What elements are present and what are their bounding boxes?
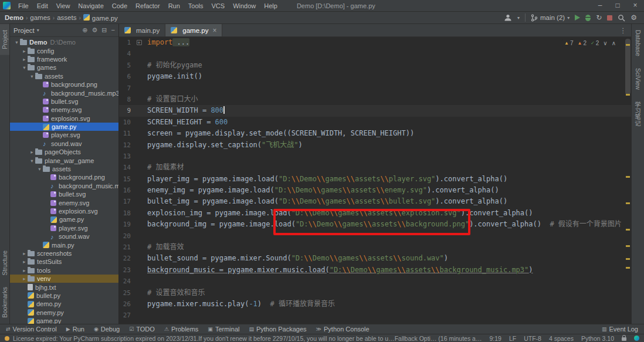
code-line[interactable]: 10SCREEN_HEIGHT = 600 bbox=[119, 117, 631, 128]
passed-indicator[interactable]: ✓2 bbox=[591, 40, 599, 46]
tool-strip-tab-sciview[interactable]: SciView bbox=[633, 62, 643, 96]
line-number[interactable]: 6 bbox=[119, 71, 131, 82]
line-number[interactable]: 11 bbox=[119, 128, 131, 139]
breadcrumb-item-assets[interactable]: assets bbox=[57, 14, 76, 21]
tool-strip-tab-bookmarks[interactable]: Bookmarks bbox=[0, 281, 9, 324]
chevron-down-icon[interactable]: ▾ bbox=[37, 28, 39, 33]
stop-button[interactable] bbox=[607, 15, 612, 21]
tree-item-game.py[interactable]: game.py bbox=[10, 317, 118, 324]
tree-item-explosion.svg[interactable]: explosion.svg bbox=[10, 114, 118, 123]
tree-item-game.py[interactable]: game.py bbox=[10, 215, 118, 224]
tree-item-sound.wav[interactable]: sound.wav bbox=[10, 232, 118, 241]
inspections-widget[interactable]: ▲7▲2✓2∨∧ bbox=[561, 39, 619, 48]
code-line[interactable]: 22bullet_sound = pygame.mixer.Sound("D:\… bbox=[119, 253, 631, 264]
line-number[interactable]: 17 bbox=[119, 196, 131, 207]
tree-item-background_music.mp3[interactable]: background_music.mp3 bbox=[10, 89, 118, 97]
toolwindow-button-python-packages[interactable]: ▤Python Packages bbox=[249, 326, 306, 333]
tool-strip-tab-database[interactable]: Database bbox=[633, 24, 643, 62]
line-number[interactable]: 24 bbox=[119, 276, 131, 287]
git-branch-widget[interactable]: main (2) ▾ bbox=[531, 14, 570, 22]
status-item[interactable]: 9:19 bbox=[489, 335, 501, 342]
code-line[interactable]: 9SCREEN_WIDTH = 800 bbox=[119, 105, 631, 116]
tab-main.py[interactable]: main.py bbox=[119, 24, 165, 36]
tree-item-bullet.svg[interactable]: bullet.svg bbox=[10, 97, 118, 106]
code-line[interactable]: 27 bbox=[119, 310, 631, 321]
line-number[interactable]: 23 bbox=[119, 265, 131, 276]
tree-item-venv[interactable]: ▸venv bbox=[10, 275, 118, 283]
code-line[interactable]: 13 bbox=[119, 151, 631, 162]
line-number[interactable]: 19 bbox=[119, 219, 131, 230]
tree-item-assets[interactable]: ▾assets bbox=[10, 72, 118, 80]
menu-window[interactable]: Window bbox=[229, 1, 260, 11]
menu-run[interactable]: Run bbox=[164, 1, 184, 11]
menu-view[interactable]: View bbox=[52, 1, 74, 11]
user-icon[interactable] bbox=[504, 13, 512, 22]
toolwindow-button-python-console[interactable]: ≫Python Console bbox=[316, 326, 370, 333]
tree-item-config[interactable]: ▸config bbox=[10, 46, 118, 55]
status-item[interactable]: LF bbox=[509, 335, 516, 342]
toolwindow-button-problems[interactable]: ⚠Problems bbox=[164, 326, 199, 333]
line-number[interactable]: 27 bbox=[119, 310, 131, 321]
status-item[interactable]: Python 3.10 bbox=[581, 335, 614, 342]
menu-tools[interactable]: Tools bbox=[184, 1, 208, 11]
project-panel-title[interactable]: Project bbox=[13, 27, 35, 34]
fold-plus-icon[interactable]: + bbox=[137, 40, 142, 45]
chevron-right-icon[interactable]: ▸ bbox=[29, 149, 35, 155]
code-line[interactable]: 16enemy_img = pygame.image.load("D:\\Dem… bbox=[119, 185, 631, 196]
line-number[interactable]: 9 bbox=[119, 105, 131, 116]
tool-strip-tab-project[interactable]: Project bbox=[0, 24, 9, 55]
tree-item-demo.py[interactable]: demo.py bbox=[10, 300, 118, 308]
chevron-right-icon[interactable]: ▸ bbox=[21, 267, 28, 273]
chevron-right-icon[interactable]: ▸ bbox=[21, 250, 28, 256]
line-number[interactable]: 16 bbox=[119, 185, 131, 196]
warnings-indicator[interactable]: ▲7 bbox=[564, 40, 573, 46]
status-item[interactable]: 4 spaces bbox=[549, 335, 574, 342]
tree-item-enemy.py[interactable]: enemy.py bbox=[10, 309, 118, 317]
line-number[interactable]: 8 bbox=[119, 94, 131, 105]
code-line[interactable]: 23background_music = pygame.mixer.music.… bbox=[119, 265, 631, 276]
rerun-icon[interactable]: ↻ bbox=[596, 14, 602, 21]
code-line[interactable]: 19background_img = pygame.image.load("D:… bbox=[119, 219, 631, 230]
tree-item-pageObjects[interactable]: ▸pageObjects bbox=[10, 148, 118, 156]
code-line[interactable]: 4 bbox=[119, 48, 631, 59]
code-line[interactable]: 18explosion_img = pygame.image.load("D:\… bbox=[119, 208, 631, 219]
line-number[interactable]: 18 bbox=[119, 208, 131, 219]
tree-item-framework[interactable]: ▸framework bbox=[10, 55, 118, 63]
code-line[interactable]: 8# 设置窗口大小 bbox=[119, 94, 631, 105]
toolwindow-button-todo[interactable]: ☑TODO bbox=[129, 326, 155, 333]
tree-item-tools[interactable]: ▸tools bbox=[10, 266, 118, 275]
code-line[interactable]: 5# 初始化pygame bbox=[119, 60, 631, 71]
tree-item-player.svg[interactable]: player.svg bbox=[10, 224, 118, 232]
menu-refactor[interactable]: Refactor bbox=[131, 1, 164, 11]
close-icon[interactable]: × bbox=[212, 26, 216, 35]
chevron-right-icon[interactable]: ▸ bbox=[21, 56, 28, 62]
tree-item-testSuits[interactable]: ▸testSuits bbox=[10, 258, 118, 266]
editor-scrollbar[interactable] bbox=[624, 37, 631, 324]
line-number[interactable]: 10 bbox=[119, 117, 131, 128]
tree-item-background.png[interactable]: background.png bbox=[10, 80, 118, 89]
chevron-down-icon[interactable]: ▾ bbox=[29, 158, 35, 164]
locate-icon[interactable]: ⊕ bbox=[82, 26, 87, 34]
breadcrumb-item-game.py[interactable]: game.py bbox=[83, 14, 118, 22]
minimize-icon[interactable]: – bbox=[591, 0, 609, 12]
chevron-right-icon[interactable]: ▸ bbox=[21, 259, 28, 265]
code-line[interactable]: 15player_img = pygame.image.load("D:\\De… bbox=[119, 174, 631, 185]
gear-icon[interactable]: ⚙ bbox=[91, 26, 97, 34]
line-number[interactable]: 21 bbox=[119, 242, 131, 253]
tree-item-bullet.svg[interactable]: bullet.svg bbox=[10, 190, 118, 198]
tab-game.py[interactable]: game.py× bbox=[165, 24, 222, 36]
tree-item-main.py[interactable]: main.py bbox=[10, 241, 118, 249]
event-log-button[interactable]: ▥ Event Log bbox=[602, 326, 638, 333]
menu-code[interactable]: Code bbox=[108, 1, 131, 11]
tree-item-games[interactable]: ▾games bbox=[10, 63, 118, 72]
line-number[interactable]: 14 bbox=[119, 162, 131, 173]
line-number[interactable]: 5 bbox=[119, 60, 131, 71]
toolwindow-button-terminal[interactable]: ▣Terminal bbox=[208, 326, 239, 333]
code-line[interactable]: 6pygame.init() bbox=[119, 71, 631, 82]
menu-edit[interactable]: Edit bbox=[33, 1, 52, 11]
line-number[interactable]: 26 bbox=[119, 299, 131, 310]
menu-vcs[interactable]: VCS bbox=[208, 1, 229, 11]
code-line[interactable]: 14# 加载素材 bbox=[119, 162, 631, 173]
maximize-icon[interactable]: □ bbox=[609, 0, 626, 12]
code-line[interactable]: 26pygame.mixer.music.play(-1) # 循环播放背景音乐 bbox=[119, 299, 631, 310]
